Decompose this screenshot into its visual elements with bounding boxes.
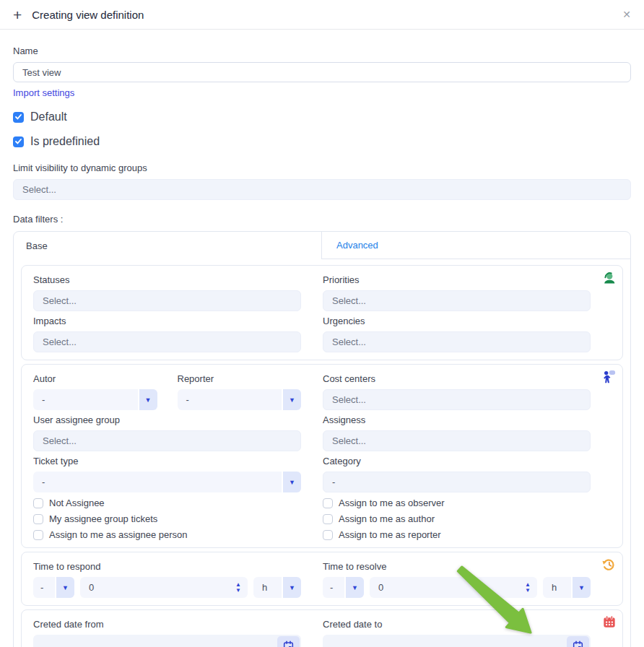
stepper-up-icon[interactable]: ▲: [235, 582, 241, 587]
cost-centers-field: Cost centers Select...: [323, 369, 591, 410]
respond-unit-dropdown[interactable]: h ▼: [253, 577, 301, 598]
category-select[interactable]: -: [323, 472, 591, 492]
resolve-number-input[interactable]: 0 ▲▼: [370, 577, 537, 598]
resolve-operator-dropdown[interactable]: - ▼: [323, 577, 364, 598]
assign-me-assignee-checkbox-row[interactable]: Assign to me as assignee person: [33, 529, 301, 540]
impacts-select[interactable]: Select...: [33, 331, 301, 352]
impacts-label: Impacts: [33, 316, 301, 326]
resolve-operator-value: -: [323, 577, 344, 598]
user-assignee-group-field: User assignee group Select...: [33, 410, 301, 451]
priorities-select[interactable]: Select...: [323, 290, 591, 311]
cost-centers-label: Cost centers: [323, 373, 591, 384]
tab-bar: Base Advanced: [14, 232, 630, 259]
resolve-number-value: 0: [378, 582, 383, 593]
calendar-picker-button[interactable]: [567, 636, 589, 647]
time-to-resolve-label: Time to resolve: [323, 561, 591, 572]
created-date-from-field: Creted date from: [33, 615, 301, 647]
my-assignee-group-checkbox-row[interactable]: My assignee group tickets: [33, 513, 301, 524]
autor-dropdown[interactable]: - ▼: [33, 389, 157, 410]
limit-visibility-label: Limit visibility to dynamic groups: [13, 162, 631, 173]
checkbox-label: Assign to me as observer: [339, 498, 445, 508]
stepper-down-icon[interactable]: ▼: [235, 588, 241, 593]
time-to-respond-field: Time to respond - ▼ 0 ▲▼ h: [33, 557, 301, 598]
assign-me-reporter-checkbox-row[interactable]: Assign to me as reporter: [323, 529, 591, 540]
urgencies-select[interactable]: Select...: [323, 331, 591, 352]
calendar-icon: [283, 641, 294, 647]
stepper-up-icon[interactable]: ▲: [525, 582, 531, 587]
checkbox-label: Assign to me as reporter: [339, 529, 441, 540]
assigness-field: Assigness Select...: [323, 410, 591, 451]
created-date-to-label: Creted date to: [323, 619, 591, 630]
urgencies-field: Urgencies Select...: [323, 311, 591, 352]
autor-field: Autor - ▼: [33, 369, 157, 410]
tab-advanced[interactable]: Advanced: [336, 240, 378, 251]
default-checkbox-label: Default: [30, 110, 67, 123]
status-filters-section: Statuses Select... Priorities Select... …: [21, 265, 623, 360]
chevron-down-icon: ▼: [571, 577, 591, 598]
my-assignee-group-checkbox[interactable]: [33, 514, 43, 524]
people-filters-section: Autor - ▼ Reporter - ▼: [21, 364, 623, 548]
person-filter-icon: [600, 370, 616, 388]
respond-number-input[interactable]: 0 ▲▼: [80, 577, 248, 598]
assign-me-author-checkbox[interactable]: [323, 514, 333, 524]
predefined-checkbox-row[interactable]: Is predefinied: [13, 135, 631, 148]
checkbox-label: Assign to me as assignee person: [49, 529, 188, 540]
calendar-picker-button[interactable]: [277, 636, 300, 647]
assign-me-observer-checkbox[interactable]: [323, 498, 333, 508]
assigness-select[interactable]: Select...: [323, 430, 591, 451]
resolve-unit-dropdown[interactable]: h ▼: [543, 577, 591, 598]
autor-reporter-row: Autor - ▼ Reporter - ▼: [33, 369, 301, 410]
respond-stepper[interactable]: ▲▼: [235, 582, 241, 593]
chevron-down-icon: ▼: [282, 577, 301, 598]
created-date-from-input[interactable]: [33, 635, 301, 647]
name-input[interactable]: [13, 62, 631, 82]
data-filters-panel: Base Advanced Statuses Select: [13, 231, 631, 647]
check-icon: [15, 114, 22, 120]
autor-value: -: [33, 389, 138, 410]
ticket-type-field: Ticket type - ▼: [33, 451, 301, 492]
default-checkbox-row[interactable]: Default: [13, 110, 631, 123]
autor-label: Autor: [33, 373, 157, 384]
predefined-checkbox[interactable]: [13, 136, 24, 147]
tab-base[interactable]: Base: [14, 232, 322, 259]
assign-me-author-checkbox-row[interactable]: Assign to me as author: [323, 513, 591, 524]
assigness-label: Assigness: [323, 414, 591, 425]
name-label: Name: [13, 45, 631, 56]
clock-history-icon: [601, 557, 616, 575]
created-date-to-input[interactable]: [323, 635, 591, 647]
calendar-icon: [573, 641, 583, 647]
time-filters-section: Time to respond - ▼ 0 ▲▼ h: [21, 552, 623, 606]
not-assignee-checkbox-row[interactable]: Not Assignee: [33, 498, 301, 508]
created-date-to-field: Creted date to: [323, 615, 591, 647]
respond-operator-dropdown[interactable]: - ▼: [33, 577, 74, 598]
ticket-type-label: Ticket type: [33, 456, 301, 466]
resolve-stepper[interactable]: ▲▼: [525, 582, 531, 593]
assign-me-assignee-checkbox[interactable]: [33, 530, 43, 540]
assignment-checkboxes-left: Not Assignee My assignee group tickets A…: [33, 492, 301, 540]
time-to-respond-label: Time to respond: [33, 561, 301, 572]
stepper-down-icon[interactable]: ▼: [525, 588, 531, 593]
import-settings-link[interactable]: Import settings: [13, 87, 74, 98]
support-agent-icon: [601, 271, 616, 288]
user-assignee-group-label: User assignee group: [33, 414, 301, 425]
chevron-down-icon: ▼: [282, 389, 301, 410]
plus-icon: +: [13, 7, 22, 22]
default-checkbox[interactable]: [13, 112, 24, 123]
tab-content-base: Statuses Select... Priorities Select... …: [14, 259, 630, 647]
user-assignee-group-select[interactable]: Select...: [33, 430, 301, 451]
chevron-down-icon: ▼: [55, 577, 74, 598]
assign-me-observer-checkbox-row[interactable]: Assign to me as observer: [323, 498, 591, 508]
close-icon[interactable]: ✕: [622, 9, 631, 20]
date-filters-section: Creted date from: [21, 609, 623, 647]
limit-visibility-select[interactable]: Select...: [13, 179, 631, 200]
statuses-label: Statuses: [33, 274, 301, 285]
cost-centers-select[interactable]: Select...: [323, 389, 591, 410]
checkbox-label: My assignee group tickets: [49, 513, 157, 524]
ticket-type-dropdown[interactable]: - ▼: [33, 472, 301, 492]
reporter-value: -: [178, 389, 282, 410]
reporter-dropdown[interactable]: - ▼: [178, 389, 302, 410]
assignment-checkboxes-right: Assign to me as observer Assign to me as…: [323, 492, 591, 540]
not-assignee-checkbox[interactable]: [33, 498, 43, 508]
statuses-select[interactable]: Select...: [33, 290, 301, 311]
assign-me-reporter-checkbox[interactable]: [323, 530, 333, 540]
